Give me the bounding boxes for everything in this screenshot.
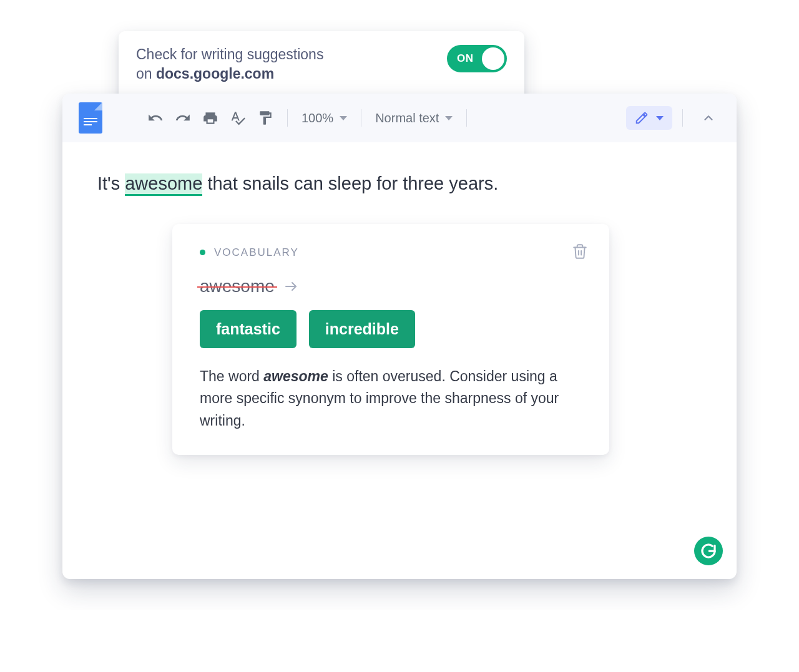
style-value: Normal text bbox=[375, 111, 439, 125]
edit-mode-dropdown[interactable] bbox=[626, 106, 672, 130]
grammarly-badge[interactable] bbox=[694, 537, 723, 565]
grammarly-logo-icon bbox=[699, 542, 718, 560]
undo-icon bbox=[147, 110, 164, 126]
toggle-knob bbox=[482, 47, 504, 70]
original-word-row: awesome bbox=[200, 276, 588, 296]
separator bbox=[682, 109, 683, 127]
separator bbox=[287, 109, 288, 127]
chevron-down-icon bbox=[656, 116, 664, 120]
zoom-value: 100% bbox=[301, 111, 333, 125]
docs-toolbar: 100% Normal text bbox=[62, 94, 737, 142]
suggestion-description: The word awesome is often overused. Cons… bbox=[200, 366, 588, 432]
suggestion-category: VOCABULARY bbox=[200, 246, 299, 259]
document-body[interactable]: It's awesome that snails can sleep for t… bbox=[62, 142, 737, 579]
spellcheck-button[interactable] bbox=[226, 106, 250, 130]
paint-format-button[interactable] bbox=[253, 106, 277, 130]
spellcheck-icon bbox=[230, 110, 246, 126]
toggle-state-label: ON bbox=[457, 52, 474, 65]
toggle-domain: docs.google.com bbox=[156, 66, 274, 82]
desc-emphasis: awesome bbox=[263, 368, 328, 384]
text-after: that snails can sleep for three years. bbox=[202, 173, 498, 193]
style-dropdown[interactable]: Normal text bbox=[371, 111, 456, 125]
zoom-dropdown[interactable]: 100% bbox=[298, 111, 351, 125]
struck-word: awesome bbox=[200, 276, 275, 296]
extension-toggle-label: Check for writing suggestions on docs.go… bbox=[136, 45, 323, 84]
document-window: 100% Normal text It's awesome th bbox=[62, 94, 737, 579]
chevron-down-icon bbox=[445, 116, 453, 120]
separator bbox=[361, 109, 361, 127]
desc-pre: The word bbox=[200, 368, 263, 384]
chevron-up-icon bbox=[702, 111, 715, 125]
trash-icon bbox=[572, 243, 588, 260]
dismiss-suggestion-button[interactable] bbox=[572, 243, 588, 263]
paint-roller-icon bbox=[257, 110, 273, 126]
separator bbox=[466, 109, 467, 127]
print-button[interactable] bbox=[199, 106, 222, 130]
suggestion-chips: fantastic incredible bbox=[200, 310, 588, 348]
text-before: It's bbox=[97, 173, 125, 193]
redo-icon bbox=[175, 110, 191, 126]
toggle-line2-prefix: on bbox=[136, 66, 156, 82]
google-docs-icon[interactable] bbox=[79, 102, 102, 134]
highlighted-word[interactable]: awesome bbox=[125, 173, 202, 196]
suggestion-card: VOCABULARY awesome fantastic incredible … bbox=[172, 224, 609, 455]
undo-button[interactable] bbox=[144, 106, 167, 130]
toggle-line1: Check for writing suggestions bbox=[136, 46, 323, 62]
category-dot bbox=[200, 250, 205, 255]
enable-toggle[interactable]: ON bbox=[447, 45, 507, 72]
print-icon bbox=[202, 110, 218, 126]
chevron-down-icon bbox=[340, 116, 347, 120]
collapse-toolbar-button[interactable] bbox=[697, 106, 720, 130]
suggestion-chip-fantastic[interactable]: fantastic bbox=[200, 310, 297, 348]
pencil-icon bbox=[635, 111, 649, 125]
document-text: It's awesome that snails can sleep for t… bbox=[97, 171, 702, 197]
category-label: VOCABULARY bbox=[214, 246, 299, 259]
arrow-right-icon bbox=[283, 279, 298, 294]
redo-button[interactable] bbox=[171, 106, 195, 130]
suggestion-chip-incredible[interactable]: incredible bbox=[309, 310, 415, 348]
